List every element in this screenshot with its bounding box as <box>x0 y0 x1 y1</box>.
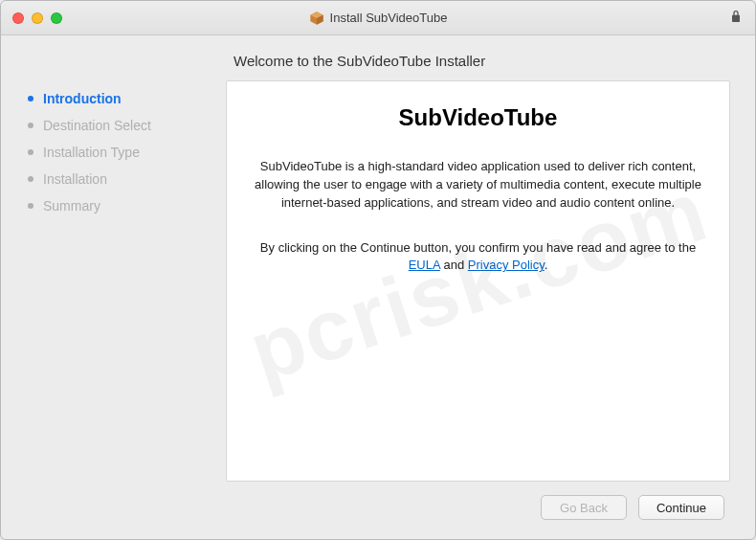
footer-buttons: Go Back Continue <box>226 482 730 526</box>
title-area: Install SubVideoTube <box>1 11 755 26</box>
step-bullet-icon <box>28 149 33 155</box>
go-back-button: Go Back <box>541 495 627 520</box>
window-title: Install SubVideoTube <box>330 11 448 25</box>
step-label: Introduction <box>43 91 122 106</box>
step-bullet-icon <box>28 203 33 209</box>
step-bullet-icon <box>28 176 33 182</box>
product-description: SubVideoTube is a high-standard video ap… <box>244 158 712 213</box>
close-window-button[interactable] <box>12 12 24 24</box>
minimize-window-button[interactable] <box>32 12 43 24</box>
step-label: Destination Select <box>43 118 151 133</box>
step-installation-type: Installation Type <box>28 145 216 160</box>
step-summary: Summary <box>28 198 216 214</box>
continue-button[interactable]: Continue <box>638 495 724 520</box>
agree-prefix: By clicking on the Continue button, you … <box>260 240 696 255</box>
step-bullet-icon <box>28 96 33 101</box>
step-label: Installation <box>43 171 107 187</box>
step-label: Installation Type <box>43 145 140 160</box>
step-bullet-icon <box>28 123 33 128</box>
welcome-heading: Welcome to the SubVideoTube Installer <box>226 53 730 69</box>
eula-link[interactable]: EULA <box>409 258 440 272</box>
lock-area <box>728 9 744 28</box>
titlebar: Install SubVideoTube <box>1 1 755 35</box>
step-label: Summary <box>43 198 100 214</box>
agree-suffix: . <box>545 258 548 272</box>
main-panel: Welcome to the SubVideoTube Installer pc… <box>216 35 755 539</box>
step-installation: Installation <box>28 171 216 187</box>
product-title: SubVideoTube <box>244 104 712 131</box>
agreement-text: By clicking on the Continue button, you … <box>244 239 712 276</box>
step-introduction: Introduction <box>28 91 216 106</box>
installer-window: Install SubVideoTube Introduction Destin… <box>0 0 756 540</box>
sidebar: Introduction Destination Select Installa… <box>1 35 216 539</box>
privacy-policy-link[interactable]: Privacy Policy <box>468 258 545 272</box>
agree-and: and <box>440 258 468 272</box>
step-destination-select: Destination Select <box>28 118 216 133</box>
maximize-window-button[interactable] <box>51 12 62 24</box>
window-controls <box>12 12 62 24</box>
window-body: Introduction Destination Select Installa… <box>1 35 755 539</box>
lock-icon[interactable] <box>728 9 744 24</box>
content-box: pcrisk.com SubVideoTube SubVideoTube is … <box>226 80 730 482</box>
package-icon <box>309 11 324 26</box>
